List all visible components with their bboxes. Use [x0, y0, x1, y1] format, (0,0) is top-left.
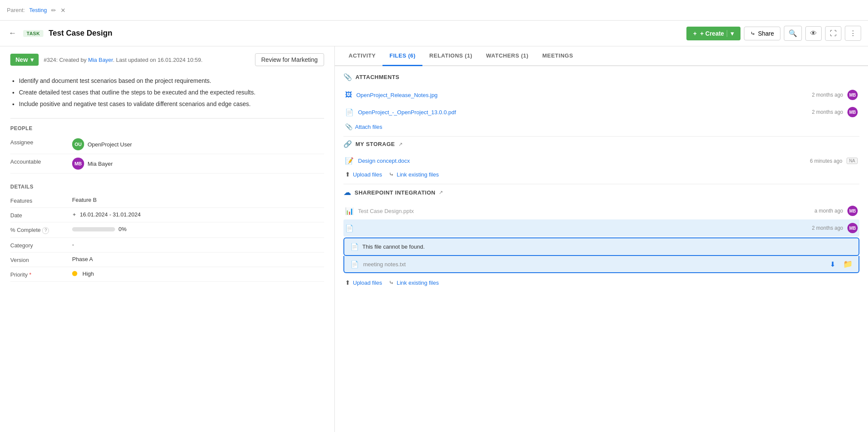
- sharepoint-file-1-time: a month ago: [814, 208, 843, 214]
- accountable-avatar: MB: [72, 158, 84, 170]
- sharepoint-file-3-name[interactable]: meeting notes.txt: [363, 261, 821, 268]
- description-item-2: Create detailed test cases that outline …: [19, 88, 324, 97]
- description-item-1: Identify and document test scenarios bas…: [19, 76, 324, 85]
- assignee-row: Assignee OU OpenProject User: [10, 135, 324, 154]
- attach-files-button[interactable]: 📎 Attach files: [343, 121, 859, 133]
- complete-label: % Complete ?: [10, 226, 62, 234]
- review-button[interactable]: Review for Marketing: [255, 53, 325, 66]
- features-value: Feature B: [72, 197, 324, 203]
- pptx-file-icon-1: 📊: [345, 207, 354, 215]
- sharepoint-section: ☁ SHAREPOINT INTEGRATION ↗ 📊 Test Case D…: [343, 188, 859, 289]
- my-storage-link-label: Link existing files: [397, 171, 439, 178]
- sharepoint-header: ☁ SHAREPOINT INTEGRATION ↗: [343, 188, 859, 197]
- activity-icon-button[interactable]: 🔍: [784, 26, 802, 41]
- parent-label: Parent:: [7, 7, 25, 13]
- attachment-2-name[interactable]: OpenProject_-_OpenProject_13.0.0.pdf: [358, 109, 807, 116]
- author-link[interactable]: Mia Bayer: [88, 57, 113, 63]
- create-label: + Create: [700, 30, 724, 37]
- complete-row: % Complete ? 0%: [10, 222, 324, 238]
- date-icon: ✦: [72, 212, 76, 218]
- attachment-1-avatar: MB: [847, 90, 858, 100]
- accountable-row: Accountable MB Mia Bayer: [10, 154, 324, 173]
- expand-icon-button[interactable]: ⛶: [825, 26, 841, 41]
- status-row: New ▾ #324: Created by Mia Bayer. Last u…: [10, 53, 324, 66]
- my-storage-title: MY STORAGE: [355, 141, 395, 147]
- accountable-name: Mia Bayer: [88, 161, 113, 167]
- my-storage-upload-button[interactable]: ⬆ Upload files: [345, 171, 382, 178]
- upload-icon: ⬆: [345, 171, 350, 178]
- na-badge: NA: [847, 158, 858, 164]
- share-icon: ⤷: [750, 30, 756, 37]
- paperclip-icon: 📎: [343, 73, 352, 81]
- features-row: Features Feature B: [10, 193, 324, 208]
- tab-watchers[interactable]: WATCHERS (1): [479, 46, 535, 66]
- error-file-icon: 📄: [345, 224, 354, 232]
- priority-value: High: [72, 271, 324, 277]
- parent-link[interactable]: Testing: [29, 7, 47, 13]
- sp-upload-icon: ⬆: [345, 279, 350, 286]
- pencil-icon[interactable]: ✏: [51, 7, 56, 14]
- category-value: -: [72, 241, 324, 248]
- top-bar: Parent: Testing ✏ ✕: [0, 0, 868, 21]
- priority-required: *: [29, 271, 31, 278]
- details-section-title: DETAILS: [10, 177, 324, 193]
- error-tooltip-message: This file cannot be found.: [362, 243, 425, 250]
- my-storage-file-1: 📝 Design concept.docx 6 minutes ago NA: [343, 153, 859, 168]
- attach-icon: 📎: [345, 123, 352, 130]
- sharepoint-link-label: Link existing files: [397, 280, 439, 286]
- error-tooltip-icon: 📄: [350, 243, 359, 251]
- attachment-1-time: 2 months ago: [812, 92, 843, 98]
- attachments-section-header: 📎 ATTACHMENTS: [343, 73, 859, 81]
- category-row: Category -: [10, 238, 324, 253]
- create-button[interactable]: + + Create ▾: [686, 27, 741, 40]
- attachments-title: ATTACHMENTS: [355, 74, 400, 80]
- version-row: Version Phase A: [10, 253, 324, 267]
- left-panel: New ▾ #324: Created by Mia Bayer. Last u…: [0, 46, 335, 432]
- sp-link-icon: ⤷: [389, 279, 394, 286]
- date-label: Date: [10, 211, 62, 219]
- priority-row: Priority * High: [10, 267, 324, 282]
- sharepoint-ext-link-icon[interactable]: ↗: [439, 189, 443, 195]
- help-icon[interactable]: ?: [42, 227, 49, 234]
- sharepoint-link-button[interactable]: ⤷ Link existing files: [389, 279, 439, 286]
- my-storage-link-button[interactable]: ⤷ Link existing files: [389, 171, 439, 178]
- tab-activity[interactable]: ACTIVITY: [342, 46, 382, 66]
- back-button[interactable]: ←: [7, 27, 18, 40]
- features-label: Features: [10, 197, 62, 204]
- attachment-1-name[interactable]: OpenProject_Release_Notes.jpg: [356, 92, 807, 98]
- priority-dot: [72, 271, 77, 276]
- task-header: ← TASK Test Case Design + + Create ▾ ⤷ S…: [0, 21, 868, 46]
- status-badge[interactable]: New ▾: [10, 54, 39, 66]
- assignee-value: OU OpenProject User: [72, 138, 324, 150]
- tab-files[interactable]: FILES (6): [382, 46, 422, 66]
- sharepoint-error-avatar: MB: [847, 223, 858, 233]
- download-icon[interactable]: ⬇: [830, 260, 835, 268]
- create-plus-icon: +: [693, 30, 697, 37]
- tab-meetings[interactable]: MEETINGS: [535, 46, 580, 66]
- image-file-icon: 🖼: [345, 91, 352, 99]
- sharepoint-upload-label: Upload files: [353, 280, 382, 286]
- folder-open-icon[interactable]: 📁: [843, 259, 853, 269]
- link-icon: 🔗: [343, 140, 352, 148]
- close-icon[interactable]: ✕: [61, 7, 66, 14]
- sharepoint-error-time: 2 months ago: [812, 225, 843, 231]
- my-storage-file-1-time: 6 minutes ago: [810, 158, 842, 164]
- my-storage-file-1-name[interactable]: Design concept.docx: [358, 158, 806, 164]
- assignee-name: OpenProject User: [88, 141, 132, 148]
- description-item-3: Include positive and negative test cases…: [19, 100, 324, 109]
- share-button[interactable]: ⤷ Share: [744, 27, 780, 40]
- sharepoint-title: SHAREPOINT INTEGRATION: [355, 189, 435, 196]
- more-options-button[interactable]: ⋮: [845, 26, 861, 41]
- create-dropdown-icon[interactable]: ▾: [727, 30, 734, 37]
- attachment-file-1: 🖼 OpenProject_Release_Notes.jpg 2 months…: [343, 86, 859, 103]
- version-label: Version: [10, 256, 62, 263]
- tab-relations[interactable]: RELATIONS (1): [422, 46, 479, 66]
- eye-icon-button[interactable]: 👁: [805, 26, 822, 41]
- sharepoint-upload-button[interactable]: ⬆ Upload files: [345, 279, 382, 286]
- my-storage-section: 🔗 MY STORAGE ↗ 📝 Design concept.docx 6 m…: [343, 140, 859, 180]
- task-label: TASK: [23, 30, 43, 37]
- sharepoint-file-1-name[interactable]: Test Case Design.pptx: [358, 208, 810, 214]
- my-storage-ext-link-icon[interactable]: ↗: [398, 141, 403, 147]
- attachment-2-avatar: MB: [847, 107, 858, 117]
- assignee-avatar: OU: [72, 138, 84, 150]
